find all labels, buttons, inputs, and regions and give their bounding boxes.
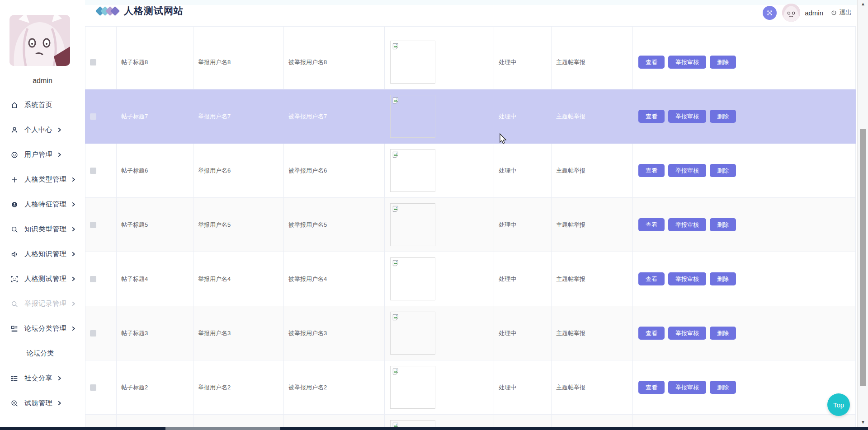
view-button[interactable]: 查看	[638, 327, 665, 340]
delete-button[interactable]: 删除	[710, 327, 736, 340]
status-text: 处理中	[499, 383, 516, 392]
view-button[interactable]: 查看	[638, 272, 665, 285]
post-title: 帖子标题6	[121, 167, 148, 175]
view-button[interactable]: 查看	[638, 110, 665, 123]
sidebar-subitem[interactable]: 论坛分类	[17, 341, 85, 366]
table-row[interactable]: 帖子标题8 举报用户名8 被举报用户名8 处理中 主题帖举报 查看 举报审核 删…	[85, 35, 856, 89]
table-row[interactable]: 帖子标题3 举报用户名3 被举报用户名3 处理中 主题帖举报 查看 举报审核 删…	[85, 306, 856, 360]
sidebar-item[interactable]: 系统首页	[0, 93, 85, 117]
report-review-button[interactable]: 举报审核	[668, 272, 706, 285]
plus-icon	[10, 175, 19, 184]
report-review-button[interactable]: 举报审核	[668, 218, 706, 231]
chevron-right-icon	[57, 152, 62, 157]
scroll-down-arrow-icon[interactable]: ▼	[858, 420, 868, 425]
post-title-cell: 帖子标题8	[117, 35, 193, 89]
view-button[interactable]: 查看	[638, 218, 665, 231]
table-row[interactable]: 帖子标题2 举报用户名2 被举报用户名2 处理中 主题帖举报 查看 举报审核 删…	[85, 360, 856, 415]
reported-cell: 被举报用户名7	[284, 89, 385, 144]
status-cell: 处理中	[494, 89, 552, 144]
report-type-cell: 主题帖举报	[552, 252, 633, 306]
chevron-right-icon	[71, 202, 76, 207]
sidebar-item-label: 个人中心	[24, 126, 52, 134]
post-image-placeholder	[390, 257, 435, 300]
row-checkbox[interactable]	[90, 59, 96, 65]
delete-button[interactable]: 删除	[710, 381, 736, 394]
report-review-button[interactable]: 举报审核	[668, 381, 706, 394]
table-row[interactable]: 帖子标题7 举报用户名7 被举报用户名7 处理中 主题帖举报 查看 举报审核 删…	[85, 89, 856, 144]
delete-button[interactable]: 删除	[710, 272, 736, 285]
row-checkbox[interactable]	[90, 113, 96, 120]
search-icon	[10, 225, 19, 234]
horizontal-scrollbar-thumb[interactable]	[165, 427, 280, 430]
sidebar-item-label: 举报记录管理	[24, 299, 66, 308]
sidebar-item[interactable]: 用户管理	[0, 142, 85, 167]
reporter-cell: 举报用户名3	[193, 306, 284, 360]
report-type-cell	[552, 415, 633, 427]
sidebar-item[interactable]: 社交分享	[0, 366, 85, 391]
user-avatar[interactable]	[782, 4, 800, 22]
sidebar-item[interactable]: 人格类型管理	[0, 167, 85, 192]
reporter-name: 举报用户名4	[198, 275, 231, 283]
row-checkbox[interactable]	[90, 276, 96, 282]
post-title-cell: 帖子标题4	[117, 252, 193, 306]
back-to-top-button[interactable]: Top	[827, 393, 850, 416]
actions-cell: 查看 举报审核 删除	[633, 415, 856, 427]
sidebar-item[interactable]: 个人中心	[0, 117, 85, 142]
sidebar-item[interactable]: 知识类型管理	[0, 217, 85, 242]
table-row[interactable]: 帖子标题4 举报用户名4 被举报用户名4 处理中 主题帖举报 查看 举报审核 删…	[85, 252, 856, 306]
delete-button[interactable]: 删除	[710, 164, 736, 177]
profile-avatar	[9, 15, 70, 66]
delete-button[interactable]: 删除	[710, 110, 736, 123]
report-review-button[interactable]: 举报审核	[668, 164, 706, 177]
image-cell	[385, 360, 494, 415]
table-row[interactable]: 帖子标题6 举报用户名6 被举报用户名6 处理中 主题帖举报 查看 举报审核 删…	[85, 144, 856, 198]
view-button[interactable]: 查看	[638, 56, 665, 69]
reported-name: 被举报用户名4	[288, 275, 327, 283]
horizontal-scrollbar[interactable]	[0, 427, 868, 430]
logout-button[interactable]: 退出	[830, 9, 852, 17]
sidebar-item[interactable]: 人格特征管理	[0, 192, 85, 217]
row-checkbox[interactable]	[90, 330, 96, 337]
reported-cell: 被举报用户名6	[284, 144, 385, 198]
status-text: 处理中	[499, 167, 516, 175]
image-cell	[385, 198, 494, 252]
chevron-right-icon	[71, 301, 76, 306]
table-row[interactable]: 帖子标题5 举报用户名5 被举报用户名5 处理中 主题帖举报 查看 举报审核 删…	[85, 198, 856, 252]
sidebar-item[interactable]: 人格测试管理	[0, 266, 85, 291]
post-title: 帖子标题2	[121, 383, 148, 392]
checkbox-cell	[85, 35, 117, 89]
post-title-cell: 帖子标题6	[117, 144, 193, 198]
scroll-up-arrow-icon[interactable]: ▲	[858, 1, 868, 6]
reported-name: 被举报用户名2	[288, 383, 327, 392]
vertical-scrollbar[interactable]: ▲ ▼	[857, 0, 868, 427]
view-button[interactable]: 查看	[638, 381, 665, 394]
sidebar-item-label: 知识类型管理	[24, 225, 66, 234]
status-cell	[494, 415, 552, 427]
user-circle-icon	[10, 200, 19, 209]
status-cell: 处理中	[494, 360, 552, 415]
sidebar-item[interactable]: 论坛分类管理	[0, 316, 85, 341]
delete-button[interactable]: 删除	[710, 218, 736, 231]
actions-cell: 查看 举报审核 删除	[633, 360, 856, 415]
sidebar-item[interactable]: 试题管理	[0, 391, 85, 416]
report-type-cell	[552, 27, 633, 35]
sidebar-item-label: 人格测试管理	[24, 275, 66, 283]
view-button[interactable]: 查看	[638, 164, 665, 177]
report-review-button[interactable]: 举报审核	[668, 327, 706, 340]
row-checkbox[interactable]	[90, 384, 96, 391]
delete-button[interactable]: 删除	[710, 56, 736, 69]
sidebar-item[interactable]: 人格知识管理	[0, 242, 85, 266]
row-checkbox[interactable]	[90, 168, 96, 174]
image-cell	[385, 27, 494, 35]
chevron-right-icon	[71, 227, 76, 232]
vertical-scrollbar-thumb[interactable]	[860, 129, 866, 386]
fullscreen-button[interactable]	[763, 6, 777, 20]
sidebar-item[interactable]: 举报记录管理	[0, 291, 85, 316]
row-checkbox[interactable]	[90, 222, 96, 228]
report-review-button[interactable]: 举报审核	[668, 56, 706, 69]
zoom-in-icon	[10, 399, 19, 407]
table-row[interactable]: 查看 举报审核 删除	[85, 415, 856, 427]
table-row[interactable]	[85, 26, 856, 35]
actions-cell: 查看 举报审核 删除	[633, 35, 856, 89]
report-review-button[interactable]: 举报审核	[668, 110, 706, 123]
